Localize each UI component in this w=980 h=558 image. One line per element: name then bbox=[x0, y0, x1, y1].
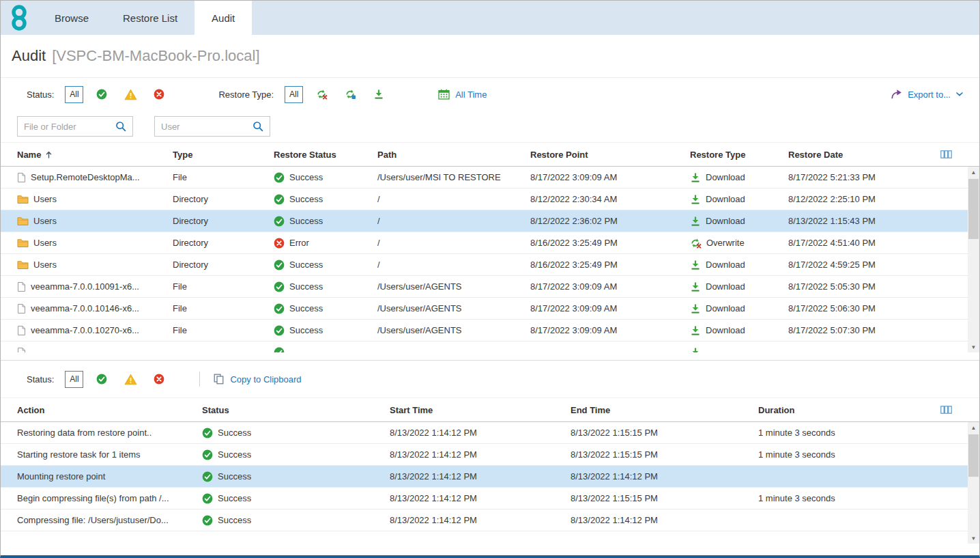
success-icon bbox=[202, 493, 213, 504]
column-header-restore-point[interactable]: Restore Point bbox=[530, 150, 690, 160]
path-cell: / bbox=[377, 216, 530, 226]
copy-to-clipboard-link[interactable]: Copy to Clipboard bbox=[230, 374, 301, 385]
column-header-type[interactable]: Type bbox=[173, 150, 274, 160]
table-row[interactable] bbox=[1, 341, 968, 352]
restore-type-cell: Overwrite bbox=[690, 238, 788, 249]
file-search-input[interactable] bbox=[24, 122, 115, 132]
column-header-status[interactable]: Status bbox=[202, 405, 390, 415]
export-link[interactable]: Export to... bbox=[908, 89, 951, 100]
name-cell: Users bbox=[17, 194, 173, 204]
scroll-up-button[interactable]: ▲ bbox=[968, 422, 979, 433]
restore-overwrite-icon bbox=[316, 89, 328, 100]
tab-restore-list[interactable]: Restore List bbox=[106, 1, 194, 35]
export-icon bbox=[891, 89, 902, 100]
column-header-name[interactable]: Name bbox=[17, 150, 173, 160]
tab-audit[interactable]: Audit bbox=[194, 1, 252, 35]
details-status-success-button[interactable] bbox=[94, 372, 109, 387]
restore-type-overwrite-button[interactable] bbox=[314, 87, 329, 102]
name-text: Setup.RemoteDesktopMa... bbox=[31, 172, 140, 182]
name-text: Users bbox=[33, 238, 57, 248]
scroll-down-button[interactable]: ▼ bbox=[968, 533, 979, 544]
column-header-restore-status[interactable]: Restore Status bbox=[274, 150, 377, 160]
column-header-duration[interactable]: Duration bbox=[758, 405, 922, 415]
status-filter-error-button[interactable] bbox=[152, 87, 167, 102]
time-range-filter[interactable]: All Time bbox=[438, 89, 487, 100]
user-search-field[interactable] bbox=[154, 116, 270, 137]
error-icon bbox=[274, 238, 285, 249]
calendar-icon bbox=[438, 89, 450, 100]
duration-cell: 1 minute 3 seconds bbox=[758, 428, 922, 438]
column-header-restore-type[interactable]: Restore Type bbox=[690, 150, 788, 160]
table-row[interactable]: Compressing file: /Users/justuser/Do...S… bbox=[1, 510, 968, 531]
table-row[interactable]: Restoring data from restore point..Succe… bbox=[1, 422, 968, 444]
time-range-link[interactable]: All Time bbox=[455, 89, 487, 100]
column-header-restore-date[interactable]: Restore Date bbox=[788, 150, 929, 160]
restore-point-cell: 8/17/2022 3:09:09 AM bbox=[530, 325, 690, 335]
restore-date-cell: 8/17/2022 4:59:25 PM bbox=[788, 260, 929, 270]
app-window: Browse Restore List Audit Audit [VSPC-BM… bbox=[0, 0, 980, 558]
column-chooser-icon bbox=[940, 406, 952, 414]
type-cell: Directory bbox=[173, 216, 274, 226]
name-cell: Users bbox=[17, 238, 173, 248]
file-search-field[interactable] bbox=[17, 116, 133, 137]
status-filter-label: Status: bbox=[27, 89, 54, 100]
table-row[interactable]: UsersDirectorySuccess/8/12/2022 2:30:34 … bbox=[1, 189, 968, 210]
scrollbar-thumb[interactable] bbox=[968, 434, 979, 477]
scrollbar-track[interactable] bbox=[968, 433, 979, 533]
success-icon bbox=[274, 194, 285, 205]
status-filter-warning-button[interactable] bbox=[123, 87, 138, 102]
restore-type-all-button[interactable]: All bbox=[285, 86, 303, 103]
table-row[interactable]: UsersDirectoryError/8/16/2022 3:25:49 PM… bbox=[1, 232, 968, 254]
restore-type-keep-button[interactable] bbox=[343, 87, 358, 102]
column-header-action[interactable]: Action bbox=[17, 405, 202, 415]
export-menu[interactable]: Export to... bbox=[891, 89, 963, 100]
column-chooser-button[interactable] bbox=[940, 150, 979, 158]
table-row[interactable]: Setup.RemoteDesktopMa...FileSuccess/User… bbox=[1, 167, 968, 189]
type-cell: File bbox=[173, 303, 274, 313]
file-icon bbox=[17, 172, 26, 183]
name-cell: veeamma-7.0.0.10270-x6... bbox=[17, 325, 173, 336]
table-row[interactable]: veeamma-7.0.0.10270-x6...FileSuccess/Use… bbox=[1, 320, 968, 341]
status-filter-success-button[interactable] bbox=[94, 87, 109, 102]
table-row[interactable]: veeamma-7.0.0.10146-x6...FileSuccess/Use… bbox=[1, 298, 968, 320]
status-filter-all-button[interactable]: All bbox=[65, 86, 83, 103]
scroll-up-button[interactable]: ▲ bbox=[968, 167, 979, 178]
table-row[interactable]: UsersDirectorySuccess/8/12/2022 2:36:02 … bbox=[1, 210, 968, 232]
table-row[interactable]: veeamma-7.0.0.10091-x6...FileSuccess/Use… bbox=[1, 276, 968, 298]
table-row[interactable]: Mounting restore pointSuccess8/13/2022 1… bbox=[1, 466, 968, 488]
scrollbar-track[interactable] bbox=[968, 178, 979, 341]
scroll-down-icon: ▼ bbox=[971, 535, 977, 542]
table-row[interactable]: Starting restore task for 1 itemsSuccess… bbox=[1, 444, 968, 466]
table-row[interactable]: Begin compressing file(s) from path /...… bbox=[1, 488, 968, 510]
download-icon bbox=[690, 347, 701, 353]
column-header-path[interactable]: Path bbox=[377, 150, 530, 160]
start-time-cell: 8/13/2022 1:14:12 PM bbox=[390, 471, 571, 482]
column-chooser-button[interactable] bbox=[940, 406, 979, 414]
column-header-start-time[interactable]: Start Time bbox=[390, 405, 571, 415]
success-icon bbox=[202, 428, 213, 438]
restore-type-cell: Download bbox=[690, 216, 788, 227]
overwrite-icon bbox=[690, 238, 702, 249]
filter-toolbar: Status: All Restore Type: All All Time E… bbox=[1, 78, 979, 111]
success-icon bbox=[202, 515, 213, 526]
page-title-text: Audit bbox=[12, 47, 46, 65]
path-cell: / bbox=[377, 238, 530, 248]
page-title-host: [VSPC-BM-MacBook-Pro.local] bbox=[52, 47, 259, 65]
details-status-error-button[interactable] bbox=[152, 372, 167, 387]
scrollbar-thumb[interactable] bbox=[968, 179, 979, 239]
tab-browse[interactable]: Browse bbox=[38, 1, 106, 35]
column-header-end-time[interactable]: End Time bbox=[571, 405, 758, 415]
details-status-all-button[interactable]: All bbox=[65, 371, 83, 388]
search-icon[interactable] bbox=[253, 121, 263, 132]
restore-date-cell: 8/17/2022 4:51:40 PM bbox=[788, 238, 929, 248]
details-vertical-scrollbar[interactable]: ▲ ▼ bbox=[968, 422, 979, 544]
restore-type-download-button[interactable] bbox=[371, 87, 386, 102]
copy-to-clipboard-button[interactable]: Copy to Clipboard bbox=[214, 374, 301, 385]
main-vertical-scrollbar[interactable]: ▲ ▼ bbox=[968, 167, 979, 352]
restore-date-cell: 8/17/2022 5:21:33 PM bbox=[788, 172, 929, 182]
scroll-down-button[interactable]: ▼ bbox=[968, 341, 979, 352]
table-row[interactable]: UsersDirectorySuccess/8/16/2022 3:25:49 … bbox=[1, 254, 968, 276]
details-status-warning-button[interactable] bbox=[123, 372, 138, 387]
search-icon[interactable] bbox=[115, 121, 126, 132]
user-search-input[interactable] bbox=[161, 122, 253, 132]
